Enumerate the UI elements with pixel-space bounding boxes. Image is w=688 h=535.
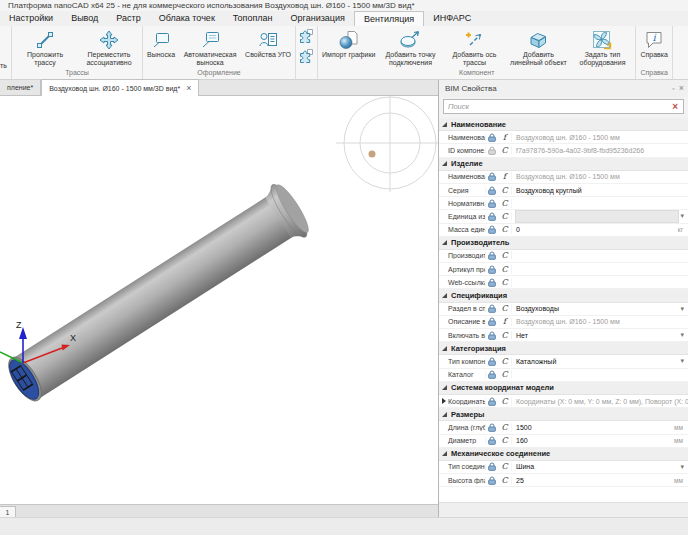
ribbon-button-1-2[interactable]: Переместить ассоциативно [77, 26, 141, 67]
pin-icon[interactable]: ▫ [672, 85, 674, 92]
property-row[interactable]: КаталогC [439, 369, 688, 382]
property-value[interactable]: Воздуховоды [512, 303, 680, 315]
property-value[interactable]: f7a97876-590a-4a02-9bf8-fbd95236d266 [512, 144, 688, 156]
property-value[interactable]: Каталожный [512, 355, 680, 367]
property-row[interactable]: Включать в...CНет▾ [439, 329, 688, 342]
property-row[interactable]: Наименова...fВоздуховод шн. Ø160 - 1500 … [439, 171, 688, 184]
ribbon-button-3-1[interactable] [297, 28, 316, 48]
fx-flag: C [498, 186, 512, 195]
expand-triangle-icon [442, 346, 447, 351]
ribbon-button-4-2[interactable]: Добавить точку подключения [378, 26, 442, 67]
property-value[interactable]: 25 [512, 474, 672, 486]
property-value[interactable] [512, 263, 688, 275]
ribbon-button-2-1[interactable]: Выноска [144, 26, 178, 59]
menu-tab-4[interactable]: Облака точек [150, 11, 224, 26]
menu-tab-1[interactable]: Настройки [0, 11, 62, 26]
menu-tab-6[interactable]: Организация [282, 11, 354, 26]
expand-arrow-icon[interactable] [442, 398, 446, 404]
property-row[interactable]: Единица из...C▾ [439, 210, 688, 223]
doc-tab-active[interactable]: Воздуховод шн. Ø160 - 1500 мм/3D вид* × [41, 79, 199, 96]
duct-3d-object[interactable] [0, 179, 314, 411]
property-label: Координаты... [448, 398, 486, 405]
property-value[interactable] [512, 197, 688, 209]
tab-close-icon[interactable]: × [186, 84, 191, 93]
ribbon-button-4-3[interactable]: Добавить ось трассы [442, 26, 506, 67]
doc-tab-background[interactable]: пление* [0, 80, 41, 95]
property-row[interactable]: Тип соедине...CШина▾ [439, 461, 688, 474]
property-row[interactable]: Длина (глуб...C1500мм [439, 421, 688, 434]
property-value[interactable]: Нет [512, 329, 680, 341]
ribbon-button-4-5[interactable]: Задать тип оборудования [570, 26, 634, 67]
property-value[interactable]: Шина [512, 461, 680, 473]
property-value[interactable]: Координаты (X: 0 мм, Y: 0 мм, Z: 0 мм), … [512, 395, 688, 407]
section-header[interactable]: Категоризация [439, 342, 688, 355]
property-value[interactable]: Воздуховод шн. Ø160 - 1500 мм [512, 171, 688, 183]
expand-triangle-icon [442, 451, 447, 456]
lock-icon [486, 146, 498, 155]
ribbon-button-5-1[interactable]: iСправка [637, 26, 670, 59]
dropdown-icon[interactable]: ▾ [680, 305, 688, 313]
property-row[interactable]: Наименова...fВоздуховод шн. Ø160 - 1500 … [439, 131, 688, 144]
property-row[interactable]: СерияCВоздуховод круглый [439, 184, 688, 197]
ribbon-group-5: iСправкаСправка [636, 26, 672, 79]
section-header[interactable]: Размеры [439, 408, 688, 421]
section-label: Размеры [451, 410, 484, 419]
property-row[interactable]: Раздел в спе...CВоздуховоды▾ [439, 303, 688, 316]
menu-tab-7[interactable]: Вентиляция [354, 11, 424, 26]
ribbon-button-4-4[interactable]: Добавить линейный объект [506, 26, 570, 67]
nav-wheel[interactable] [336, 96, 438, 192]
property-value[interactable] [512, 276, 688, 288]
property-row[interactable]: Производит...C [439, 250, 688, 263]
property-row[interactable]: Нормативн...C [439, 197, 688, 210]
property-value[interactable]: Воздуховод шн. Ø160 - 1500 мм [512, 316, 688, 328]
property-row[interactable]: Описание в...fВоздуховод шн. Ø160 - 1500… [439, 316, 688, 329]
menu-tab-2[interactable]: Вывод [62, 11, 107, 26]
linear-object-icon [527, 28, 549, 51]
bim-properties-panel: BIM Свойства ▫ × × НаименованиеНаименова… [438, 80, 688, 517]
search-input[interactable] [444, 102, 667, 111]
lock-icon [486, 436, 498, 445]
menu-tab-3[interactable]: Растр [107, 11, 149, 26]
ribbon-clipped-button[interactable]: ть [0, 26, 12, 79]
viewport-3d[interactable]: Z X [0, 96, 438, 504]
ribbon-button-4-1[interactable]: Импорт графики [319, 26, 378, 59]
dropdown-icon[interactable]: ▾ [680, 212, 688, 220]
property-row[interactable]: Артикул про...C [439, 263, 688, 276]
property-value[interactable] [512, 369, 688, 381]
panel-close-icon[interactable]: × [679, 84, 684, 93]
property-value[interactable]: 160 [512, 435, 672, 447]
section-header[interactable]: Наименование [439, 118, 688, 131]
menu-tab-8[interactable]: ИНФАРС [424, 11, 480, 26]
property-row[interactable]: Масса един...C0кг [439, 224, 688, 237]
dropdown-icon[interactable]: ▾ [680, 331, 688, 339]
property-value[interactable]: Воздуховод круглый [512, 184, 688, 196]
ribbon-button-1-1[interactable]: Проложить трассу [13, 26, 77, 67]
ribbon-button-3-2[interactable] [297, 48, 316, 68]
property-row[interactable]: Тип компон...CКаталожный▾ [439, 355, 688, 368]
property-row[interactable]: Высота фла...C25мм [439, 474, 688, 487]
property-row[interactable]: ID компоне...Cf7a97876-590a-4a02-9bf8-fb… [439, 144, 688, 157]
lock-icon [486, 172, 498, 181]
fx-flag: C [498, 397, 512, 406]
search-clear-icon[interactable]: × [667, 102, 683, 112]
section-header[interactable]: Механическое соединение [439, 448, 688, 461]
section-header[interactable]: Система координат модели [439, 382, 688, 395]
property-label: Длина (глуб... [448, 424, 486, 431]
section-header[interactable]: Производитель [439, 237, 688, 250]
section-header[interactable]: Изделие [439, 158, 688, 171]
ribbon-button-2-2[interactable]: Автоматическая выноска [178, 26, 242, 67]
property-value[interactable] [512, 250, 688, 262]
property-value[interactable]: 0 [512, 224, 676, 236]
dropdown-icon[interactable]: ▾ [680, 357, 688, 365]
property-value[interactable]: 1500 [512, 421, 672, 433]
ribbon-button-2-3[interactable]: Свойства УГО [242, 26, 294, 59]
property-value[interactable] [515, 210, 679, 222]
property-row[interactable]: Координаты...CКоординаты (X: 0 мм, Y: 0 … [439, 395, 688, 408]
property-row[interactable]: Web-ссылка...C [439, 276, 688, 289]
menu-tab-5[interactable]: Топоплан [224, 11, 282, 26]
dropdown-icon[interactable]: ▾ [680, 463, 688, 471]
property-label: Тип компон... [448, 358, 486, 365]
section-header[interactable]: Спецификация [439, 289, 688, 302]
property-value[interactable]: Воздуховод шн. Ø160 - 1500 мм [512, 131, 688, 143]
property-row[interactable]: ДиаметрC160мм [439, 435, 688, 448]
